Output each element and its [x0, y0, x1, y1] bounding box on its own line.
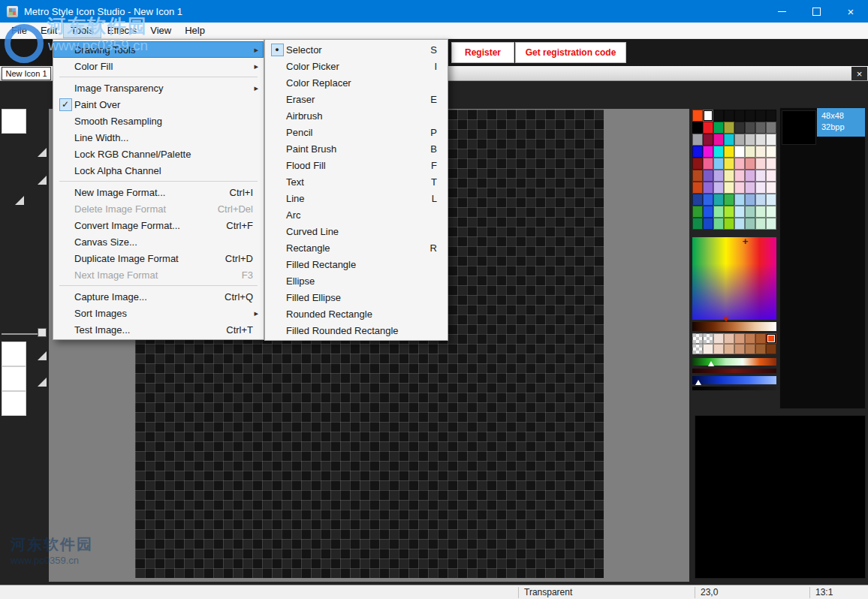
menu-item-color-replacer[interactable]: Color Replacer	[265, 74, 448, 91]
palette-swatch[interactable]	[755, 134, 766, 146]
tab-new-icon-1[interactable]: New Icon 1	[2, 67, 51, 80]
menu-item-eraser[interactable]: EraserE	[265, 91, 448, 107]
palette-swatch[interactable]	[755, 182, 766, 194]
palette-swatch[interactable]	[745, 182, 755, 194]
format-list-selected-item[interactable]: 48x48 32bpp	[817, 108, 865, 137]
format-thumbnail[interactable]	[2, 391, 26, 416]
palette-swatch[interactable]	[703, 158, 713, 170]
palette-swatch[interactable]	[766, 194, 776, 206]
menu-item-rectangle[interactable]: RectangleR	[265, 239, 448, 256]
format-thumbnail[interactable]	[2, 342, 26, 366]
palette-swatch[interactable]	[745, 194, 755, 206]
palette-swatch[interactable]	[755, 218, 766, 230]
menu-item-drawing-tools[interactable]: Drawing Tools▸	[53, 41, 264, 58]
sidebar-slider-handle[interactable]	[38, 328, 47, 337]
texture-swatch[interactable]	[713, 344, 724, 354]
menubar-item-effects[interactable]: Effects	[101, 23, 144, 38]
menu-item-selector[interactable]: ●SelectorS	[265, 41, 448, 58]
palette-swatch[interactable]	[734, 158, 745, 170]
texture-swatch[interactable]	[724, 333, 734, 344]
palette-swatch[interactable]	[755, 122, 766, 134]
gradient-picker[interactable]: +	[692, 237, 776, 320]
menu-item-new-image-format[interactable]: New Image Format...Ctrl+I	[53, 184, 264, 200]
palette-swatch[interactable]	[724, 158, 734, 170]
menu-item-canvas-size[interactable]: Canvas Size...	[53, 233, 264, 250]
format-preview-thumbnail[interactable]	[782, 110, 816, 145]
palette-swatch[interactable]	[755, 194, 766, 206]
menu-item-lock-alpha-channel[interactable]: Lock Alpha Channel	[53, 162, 264, 179]
palette-swatch[interactable]	[745, 146, 755, 158]
palette-swatch[interactable]	[755, 146, 766, 158]
tab-close-button[interactable]: ×	[851, 67, 867, 80]
texture-swatch[interactable]	[755, 333, 766, 344]
menu-item-filled-ellipse[interactable]: Filled Ellipse	[265, 289, 448, 306]
menu-item-filled-rectangle[interactable]: Filled Rectangle	[265, 256, 448, 272]
palette-swatch[interactable]	[766, 206, 776, 218]
palette-swatch[interactable]	[703, 182, 713, 194]
palette-swatch[interactable]	[692, 134, 703, 146]
palette-swatch[interactable]	[692, 194, 703, 206]
palette-swatch[interactable]	[703, 194, 713, 206]
palette-swatch[interactable]	[692, 206, 703, 218]
menu-item-test-image[interactable]: Test Image...Ctrl+T	[53, 321, 264, 338]
palette-swatch[interactable]	[734, 170, 745, 182]
minimize-button[interactable]	[764, 0, 799, 23]
palette-swatch[interactable]	[713, 158, 724, 170]
menu-item-paint-over[interactable]: ✓Paint Over	[53, 96, 264, 113]
palette-swatch[interactable]	[766, 122, 776, 134]
format-thumbnail[interactable]	[2, 366, 26, 391]
menubar-item-view[interactable]: View	[143, 23, 178, 38]
palette-swatch[interactable]	[692, 122, 703, 134]
palette-swatch[interactable]	[766, 158, 776, 170]
menubar-item-edit[interactable]: Edit	[34, 23, 64, 38]
menu-item-image-transparency[interactable]: Image Transparency▸	[53, 80, 264, 96]
texture-swatch[interactable]	[734, 344, 745, 354]
palette-swatch[interactable]	[724, 122, 734, 134]
palette-swatch[interactable]	[713, 206, 724, 218]
texture-swatch[interactable]	[692, 333, 703, 344]
maximize-button[interactable]	[799, 0, 833, 23]
palette-swatch[interactable]	[766, 134, 776, 146]
close-button[interactable]: ×	[833, 0, 868, 23]
palette-swatch[interactable]	[755, 170, 766, 182]
palette-swatch[interactable]	[766, 218, 776, 230]
palette-swatch[interactable]	[703, 170, 713, 182]
palette-swatch[interactable]	[713, 110, 724, 122]
menu-item-smooth-resampling[interactable]: Smooth Resampling	[53, 113, 264, 129]
green_slider[interactable]	[692, 358, 776, 366]
get-registration-code-button[interactable]: Get registration code	[515, 42, 626, 63]
palette-swatch[interactable]	[766, 170, 776, 182]
palette-swatch[interactable]	[713, 194, 724, 206]
texture-swatch[interactable]	[713, 333, 724, 344]
palette-swatch[interactable]	[713, 122, 724, 134]
palette-swatch[interactable]	[766, 110, 776, 122]
palette-swatch[interactable]	[734, 182, 745, 194]
texture-swatch[interactable]	[724, 344, 734, 354]
palette-swatch[interactable]	[734, 122, 745, 134]
format-thumbnail[interactable]	[2, 109, 26, 134]
texture-swatch[interactable]	[703, 333, 713, 344]
palette-swatch[interactable]	[713, 170, 724, 182]
palette-swatch[interactable]	[755, 206, 766, 218]
palette-swatch[interactable]	[724, 134, 734, 146]
palette-swatch[interactable]	[734, 218, 745, 230]
menu-item-airbrush[interactable]: Airbrush	[265, 107, 448, 124]
menu-item-line[interactable]: LineL	[265, 190, 448, 206]
blue_slider[interactable]	[692, 376, 776, 384]
palette-swatch[interactable]	[692, 158, 703, 170]
palette-swatch[interactable]	[713, 182, 724, 194]
palette-swatch[interactable]	[713, 146, 724, 158]
black_slider[interactable]	[692, 387, 776, 390]
green_slider-marker-icon[interactable]	[708, 361, 714, 366]
palette-swatch[interactable]	[745, 134, 755, 146]
menu-item-lock-rgb-channel-palette[interactable]: Lock RGB Channel/Palette	[53, 146, 264, 162]
palette-swatch[interactable]	[724, 110, 734, 122]
palette-swatch[interactable]	[724, 146, 734, 158]
menu-item-rounded-rectangle[interactable]: Rounded Rectangle	[265, 306, 448, 322]
menu-item-capture-image[interactable]: Capture Image...Ctrl+Q	[53, 288, 264, 305]
texture-swatch[interactable]	[766, 344, 776, 354]
palette-swatch[interactable]	[703, 134, 713, 146]
menubar-item-file[interactable]: File	[5, 23, 34, 38]
menubar-item-help[interactable]: Help	[178, 23, 212, 38]
texture-swatch[interactable]	[755, 344, 766, 354]
